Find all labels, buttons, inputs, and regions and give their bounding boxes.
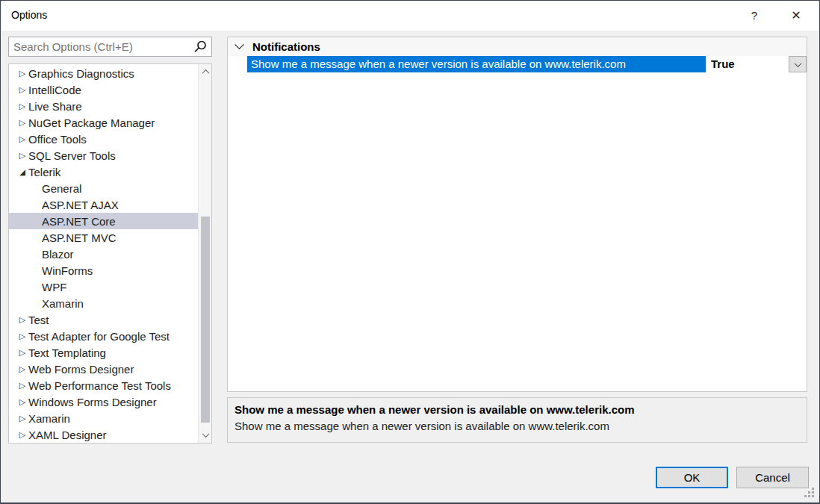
tree-item[interactable]: WinForms	[9, 262, 198, 279]
tree-item-label: Test Adapter for Google Test	[28, 330, 170, 343]
close-button[interactable]: ✕	[785, 5, 807, 26]
tree-scrollbar[interactable]	[198, 64, 211, 443]
category-label: Notifications	[252, 40, 320, 53]
category-notifications[interactable]: Notifications	[228, 37, 807, 56]
tree-item[interactable]: General	[9, 180, 198, 196]
tree-item-label: Telerik	[28, 166, 60, 178]
chevron-down-icon[interactable]	[234, 40, 244, 49]
tree-item[interactable]: ▷ Text Templating	[9, 344, 198, 361]
property-grid: Notifications Show me a message when a n…	[227, 37, 807, 392]
tree-item[interactable]: WPF	[9, 279, 198, 295]
property-name[interactable]: Show me a message when a newer version i…	[247, 56, 706, 72]
options-dialog: Options ? ✕ ▷ Graphics Diagnostics ▷ Int…	[0, 0, 820, 504]
tree-item[interactable]: ▷ Graphics Diagnostics	[9, 65, 198, 81]
tree-expander-icon[interactable]: ▷	[16, 102, 28, 111]
tree-item-label: ASP.NET AJAX	[42, 199, 119, 211]
tree-item-label: Windows Forms Designer	[28, 396, 157, 408]
tree-expander-icon[interactable]: ▷	[16, 397, 28, 407]
description-title: Show me a message when a newer version i…	[234, 402, 800, 418]
tree-expander-icon[interactable]: ▷	[16, 134, 28, 144]
tree-item-label: NuGet Package Manager	[28, 116, 155, 129]
tree-item-label: Xamarin	[42, 297, 84, 310]
search-icon[interactable]	[192, 40, 208, 55]
tree-expander-icon[interactable]: ▷	[16, 85, 28, 95]
tree-expander-icon[interactable]: ▷	[16, 332, 28, 341]
tree-item-label: Web Forms Designer	[28, 363, 134, 376]
tree-rows: ▷ Graphics Diagnostics ▷ IntelliCode ▷ L…	[9, 65, 198, 443]
tree-expander-icon[interactable]: ▷	[16, 381, 28, 391]
search-box	[8, 37, 212, 57]
search-input[interactable]	[9, 40, 192, 53]
description-text: Show me a message when a newer version i…	[234, 418, 800, 435]
dialog-title: Options	[11, 9, 47, 21]
tree-item-label: General	[42, 182, 81, 195]
tree-expander-icon[interactable]: ▷	[16, 118, 28, 128]
resize-grip[interactable]	[804, 488, 807, 490]
ok-button[interactable]: OK	[656, 467, 728, 488]
tree-item[interactable]: ▷ Office Tools	[9, 131, 198, 147]
property-value[interactable]: True	[706, 56, 789, 72]
tree-item[interactable]: ◢ Telerik	[9, 164, 198, 180]
tree-item[interactable]: ▷ Test	[9, 311, 198, 328]
scroll-down-icon[interactable]	[199, 429, 212, 441]
tree-expander-icon[interactable]: ◢	[16, 168, 28, 176]
tree-item[interactable]: ▷ Web Forms Designer	[9, 361, 198, 377]
tree-item[interactable]: ASP.NET MVC	[9, 229, 198, 246]
tree-item-label: IntelliCode	[28, 84, 81, 96]
tree-item[interactable]: ▷ XAML Designer	[9, 426, 198, 443]
tree-expander-icon[interactable]: ▷	[16, 414, 28, 423]
tree-item[interactable]: ▷ Live Share	[9, 98, 198, 114]
tree-item[interactable]: ASP.NET AJAX	[9, 196, 198, 213]
tree-item-label: SQL Server Tools	[28, 149, 116, 162]
title-bar[interactable]: Options ? ✕	[1, 1, 819, 31]
tree-item-label: Xamarin	[28, 412, 70, 425]
property-row[interactable]: Show me a message when a newer version i…	[228, 56, 807, 72]
help-button[interactable]: ?	[743, 5, 765, 26]
tree-item[interactable]: ▷ Windows Forms Designer	[9, 393, 198, 410]
value-dropdown-button[interactable]	[789, 56, 807, 72]
tree-item[interactable]: Blazor	[9, 246, 198, 262]
tree-item[interactable]: ▷ Web Performance Test Tools	[9, 377, 198, 393]
description-panel: Show me a message when a newer version i…	[227, 397, 807, 443]
tree-item-label: Web Performance Test Tools	[28, 379, 171, 392]
tree-item[interactable]: ▷ Xamarin	[9, 410, 198, 426]
tree-expander-icon[interactable]: ▷	[16, 348, 28, 358]
scrollbar-thumb[interactable]	[201, 217, 210, 423]
tree-expander-icon[interactable]: ▷	[16, 430, 28, 440]
tree-item-label: WPF	[42, 281, 66, 293]
property-indent	[228, 56, 247, 72]
cancel-button[interactable]: Cancel	[736, 467, 809, 488]
tree-item-label: Text Templating	[28, 346, 106, 359]
options-tree: ▷ Graphics Diagnostics ▷ IntelliCode ▷ L…	[8, 63, 212, 444]
tree-item-label: ASP.NET MVC	[42, 231, 116, 244]
tree-item-label: WinForms	[42, 264, 93, 277]
tree-item-label: Blazor	[42, 248, 74, 261]
tree-item[interactable]: ASP.NET Core	[9, 213, 198, 229]
tree-expander-icon[interactable]: ▷	[16, 364, 28, 374]
tree-item-label: Test	[28, 314, 49, 326]
tree-item-label: ASP.NET Core	[42, 215, 116, 228]
tree-item[interactable]: Xamarin	[9, 295, 198, 311]
tree-item-label: Live Share	[28, 100, 82, 113]
tree-item[interactable]: ▷ IntelliCode	[9, 81, 198, 98]
tree-expander-icon[interactable]: ▷	[16, 69, 28, 78]
tree-item-label: Graphics Diagnostics	[28, 67, 134, 80]
tree-item[interactable]: ▷ Test Adapter for Google Test	[9, 328, 198, 344]
scroll-up-icon[interactable]	[199, 66, 212, 78]
chevron-down-icon	[794, 60, 801, 67]
tree-expander-icon[interactable]: ▷	[16, 315, 28, 325]
tree-item-label: Office Tools	[28, 133, 87, 146]
tree-expander-icon[interactable]: ▷	[16, 151, 28, 161]
tree-item[interactable]: ▷ NuGet Package Manager	[9, 114, 198, 131]
tree-item-label: XAML Designer	[28, 429, 107, 441]
tree-item[interactable]: ▷ SQL Server Tools	[9, 147, 198, 164]
